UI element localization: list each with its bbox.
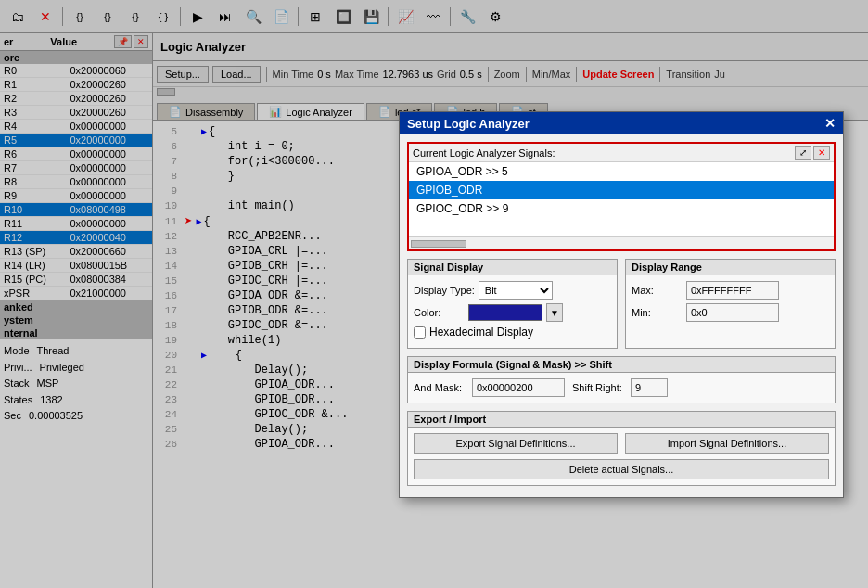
display-range-body: Max: Min: <box>626 275 835 331</box>
signal-item[interactable]: GPIOB_ODR <box>409 181 834 199</box>
max-input[interactable] <box>686 281 779 300</box>
shift-right-label: Shift Right: <box>572 382 623 393</box>
export-import-section: Export / Import Export Signal Definition… <box>407 411 836 486</box>
signal-section-title: Current Logic Analyzer Signals: <box>413 147 555 159</box>
modal-overlay: Setup Logic Analyzer ✕ Current Logic Ana… <box>0 0 868 588</box>
display-range-title: Display Range <box>626 260 835 275</box>
shift-right-input[interactable] <box>631 378 668 397</box>
export-import-body: Export Signal Definitions... Import Sign… <box>408 428 835 459</box>
signal-section-header: Current Logic Analyzer Signals: ⤢ ✕ <box>409 144 834 162</box>
modal-title: Setup Logic Analyzer <box>407 117 530 131</box>
display-type-label: Display Type: <box>414 285 475 296</box>
signal-item[interactable]: GPIOC_ODR >> 9 <box>409 199 834 218</box>
export-signal-btn[interactable]: Export Signal Definitions... <box>414 433 618 454</box>
hex-display-row: Hexadecimal Display <box>414 326 611 339</box>
max-row: Max: <box>632 281 829 300</box>
signal-display-body: Display Type: Bit Analog Hex Color: ▼ <box>408 275 617 348</box>
min-label: Min: <box>632 307 683 318</box>
delete-row: Delete actual Signals... <box>408 459 835 485</box>
modal-close-btn[interactable]: ✕ <box>824 116 836 131</box>
signal-list: GPIOA_ODR >> 5GPIOB_ODRGPIOC_ODR >> 9 <box>409 162 834 236</box>
display-range-box: Display Range Max: Min: <box>625 259 836 349</box>
max-label: Max: <box>632 285 683 296</box>
signal-display-box: Signal Display Display Type: Bit Analog … <box>407 259 618 349</box>
signal-scrollbar[interactable] <box>411 240 466 248</box>
min-row: Min: <box>632 303 829 322</box>
signal-resize-btn[interactable]: ⤢ <box>795 146 811 160</box>
hex-checkbox[interactable] <box>414 326 426 339</box>
two-col-section: Signal Display Display Type: Bit Analog … <box>407 259 836 349</box>
import-signal-btn[interactable]: Import Signal Definitions... <box>625 433 829 454</box>
min-input[interactable] <box>686 303 779 322</box>
formula-title: Display Formula (Signal & Mask) >> Shift <box>408 357 835 373</box>
display-type-select[interactable]: Bit Analog Hex <box>479 281 553 300</box>
and-mask-input[interactable] <box>472 378 565 397</box>
signal-item[interactable]: GPIOA_ODR >> 5 <box>409 162 834 181</box>
export-import-title: Export / Import <box>408 412 835 428</box>
display-type-row: Display Type: Bit Analog Hex <box>414 281 611 300</box>
formula-section: Display Formula (Signal & Mask) >> Shift… <box>407 356 836 403</box>
and-mask-label: And Mask: <box>414 382 465 393</box>
signal-close-btn[interactable]: ✕ <box>813 146 830 160</box>
modal-titlebar: Setup Logic Analyzer ✕ <box>400 112 843 134</box>
signal-scrollbar-area[interactable] <box>409 236 834 249</box>
delete-signal-btn[interactable]: Delete actual Signals... <box>414 459 829 479</box>
signal-display-title: Signal Display <box>408 260 617 275</box>
setup-dialog: Setup Logic Analyzer ✕ Current Logic Ana… <box>399 111 844 498</box>
color-dropdown-btn[interactable]: ▼ <box>546 303 563 322</box>
formula-body: And Mask: Shift Right: <box>408 373 835 403</box>
modal-body: Current Logic Analyzer Signals: ⤢ ✕ GPIO… <box>400 134 843 497</box>
color-picker[interactable] <box>468 304 542 321</box>
hex-label: Hexadecimal Display <box>429 326 533 339</box>
signal-section: Current Logic Analyzer Signals: ⤢ ✕ GPIO… <box>407 142 836 251</box>
color-label: Color: <box>414 307 465 318</box>
color-row: Color: ▼ <box>414 303 611 322</box>
